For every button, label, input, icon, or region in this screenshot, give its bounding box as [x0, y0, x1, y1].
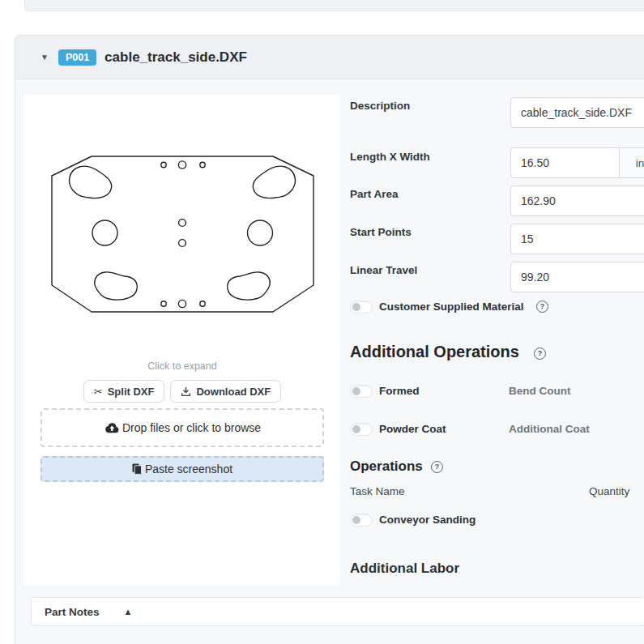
- toggle-knob: [352, 387, 360, 395]
- drop-zone-label: Drop files or click to browse: [122, 421, 261, 434]
- paste-screenshot-label: Paste screenshot: [145, 463, 232, 476]
- customer-supplied-material-help-icon[interactable]: ?: [536, 301, 548, 313]
- additional-operations-help-icon[interactable]: ?: [534, 348, 546, 360]
- part-area-label: Part Area: [350, 188, 399, 200]
- dxf-button-row: ✂ Split DXF Download DXF: [24, 380, 340, 403]
- download-icon: [181, 386, 191, 397]
- bend-count-label: Bend Count: [509, 385, 571, 398]
- additional-coat-label: Additional Coat: [509, 423, 590, 436]
- formed-label: Formed: [379, 385, 420, 398]
- scissors-icon: ✂: [94, 386, 103, 398]
- description-label: Description: [350, 100, 410, 112]
- conveyor-sanding-toggle[interactable]: [350, 514, 373, 527]
- toggle-knob: [352, 425, 360, 433]
- toggle-knob: [352, 516, 360, 524]
- start-points-label: Start Points: [350, 226, 412, 238]
- part-notes-label: Part Notes: [45, 606, 100, 618]
- start-points-input[interactable]: [510, 224, 644, 254]
- length-width-unit: in: [619, 147, 644, 178]
- part-card-header[interactable]: ▼ P001 cable_track_side.DXF: [15, 35, 644, 79]
- customer-supplied-material-label: Customer Supplied Material: [379, 301, 524, 313]
- length-width-input[interactable]: [510, 147, 620, 178]
- part-notes-bar[interactable]: Part Notes ▲: [31, 597, 644, 626]
- click-to-expand-hint: Click to expand: [24, 360, 340, 372]
- split-dxf-button[interactable]: ✂ Split DXF: [83, 380, 165, 403]
- length-width-label: Length X Width: [350, 151, 430, 163]
- part-area-input[interactable]: [510, 186, 644, 216]
- part-preview-drawing[interactable]: [41, 113, 324, 352]
- quantity-column-header: Quantity: [589, 485, 629, 497]
- collapse-caret-icon[interactable]: ▼: [41, 53, 49, 62]
- powder-coat-toggle[interactable]: [350, 423, 373, 436]
- download-dxf-label: Download DXF: [196, 386, 271, 398]
- part-notes-collapse-icon[interactable]: ▲: [124, 607, 133, 616]
- paste-icon: [132, 463, 142, 475]
- operations-help-icon[interactable]: ?: [431, 461, 443, 473]
- additional-operations-heading: Additional Operations: [350, 343, 519, 361]
- part-preview-panel: Click to expand ✂ Split DXF Download DXF…: [24, 95, 340, 585]
- split-dxf-label: Split DXF: [108, 386, 155, 398]
- conveyor-sanding-label: Conveyor Sanding: [379, 514, 476, 527]
- part-number-badge: P001: [58, 49, 96, 66]
- linear-travel-input[interactable]: [510, 262, 644, 292]
- toggle-knob: [352, 303, 360, 311]
- formed-toggle[interactable]: [350, 385, 373, 398]
- task-name-column-header: Task Name: [350, 485, 405, 497]
- part-title: cable_track_side.DXF: [104, 49, 247, 66]
- download-dxf-button[interactable]: Download DXF: [170, 380, 281, 403]
- operations-heading: Operations: [350, 458, 423, 475]
- additional-labor-heading: Additional Labor: [350, 561, 459, 577]
- description-input[interactable]: [510, 97, 644, 128]
- paste-screenshot-button[interactable]: Paste screenshot: [41, 456, 324, 482]
- cloud-upload-icon: [104, 422, 120, 434]
- previous-card-bottom-strip: [24, 0, 644, 11]
- customer-supplied-material-toggle[interactable]: [350, 301, 373, 313]
- file-drop-zone[interactable]: Drop files or click to browse: [41, 408, 324, 447]
- powder-coat-label: Powder Coat: [379, 423, 446, 436]
- linear-travel-label: Linear Travel: [350, 264, 417, 276]
